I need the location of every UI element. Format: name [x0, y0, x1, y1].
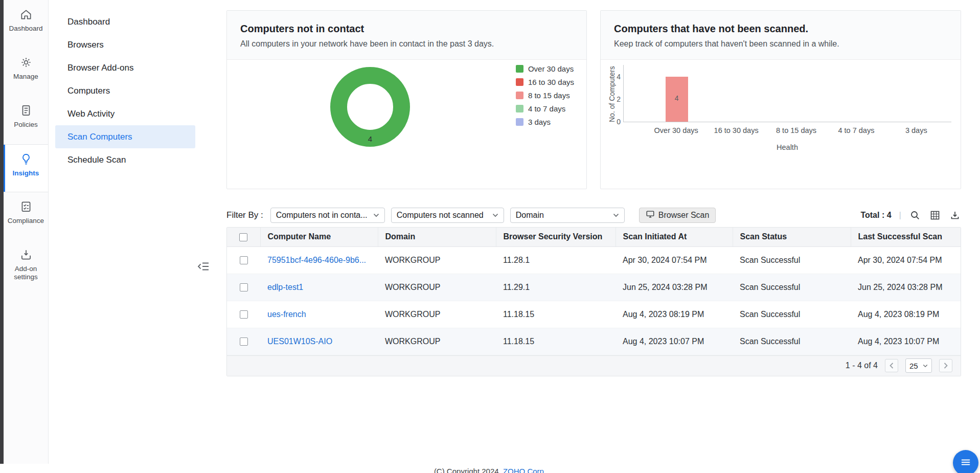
row-checkbox[interactable] — [240, 283, 248, 291]
addon-settings-icon — [19, 248, 33, 261]
row-checkbox[interactable] — [240, 256, 248, 264]
version-cell: 11.29.1 — [496, 274, 616, 301]
quick-actions-fab[interactable] — [953, 450, 978, 473]
select-all-checkbox[interactable] — [239, 233, 247, 241]
computer-name-link[interactable]: ues-french — [267, 310, 306, 319]
sidebar-item-web-activity[interactable]: Web Activity — [55, 102, 195, 125]
column-header-domain[interactable]: Domain — [378, 228, 496, 246]
module-sidebar: Dashboard Browsers Browser Add-ons Compu… — [49, 0, 202, 464]
divider: | — [899, 210, 901, 220]
bar-chart-area: No. of Computers 4 2 0 4 Over 30 days — [601, 60, 961, 175]
legend-item-over-30-days[interactable]: Over 30 days — [516, 62, 574, 75]
previous-page-button[interactable] — [885, 359, 898, 372]
sidebar-item-scan-computers[interactable]: Scan Computers — [55, 125, 195, 148]
scan-initiated-cell: Aug 4, 2023 08:19 PM — [616, 301, 733, 328]
rail-label-dashboard: Dashboard — [9, 25, 42, 33]
column-header-scan-initiated[interactable]: Scan Initiated At — [616, 228, 733, 246]
filter-domain-select[interactable]: Domain — [510, 208, 625, 223]
table-row: 75951bcf-4e96-460e-9b6... WORKGROUP 11.2… — [227, 246, 961, 274]
chevron-down-icon — [492, 213, 498, 217]
zoho-corp-link[interactable]: ZOHO Corp. — [503, 467, 546, 473]
x-axis-ticks: Over 30 days 16 to 30 days 8 to 15 days … — [623, 126, 951, 134]
icon-rail: Dashboard Manage Policies Insights Compl… — [4, 0, 49, 473]
browser-scan-button[interactable]: Browser Scan — [639, 208, 716, 223]
scan-computers-table: Computer Name Domain Browser Security Ve… — [226, 227, 961, 376]
page-footer: (C) Copyright 2024, ZOHO Corp. — [0, 464, 980, 473]
card-subtitle: Keep track of computers that haven't bee… — [614, 39, 947, 49]
filter-contact-select[interactable]: Computers not in conta... — [270, 208, 385, 223]
computer-name-link[interactable]: UES01W10S-AIO — [267, 337, 332, 346]
rail-item-manage[interactable]: Manage — [4, 48, 48, 96]
insights-icon — [19, 152, 33, 166]
manage-icon — [19, 56, 33, 69]
policies-icon — [19, 104, 33, 117]
export-icon[interactable] — [949, 209, 961, 221]
y-tick: 0 — [610, 118, 621, 126]
menu-icon — [960, 457, 971, 469]
sidebar-item-schedule-scan[interactable]: Schedule Scan — [55, 148, 195, 171]
main-content: Computers not in contact All computers i… — [202, 0, 980, 464]
toolbar-right-group: Total : 4 | — [860, 209, 961, 221]
column-chooser-icon[interactable] — [929, 209, 941, 221]
bar-over-30-days: 4 — [666, 77, 688, 122]
rail-label-insights: Insights — [13, 169, 39, 177]
rail-item-insights[interactable]: Insights — [4, 144, 48, 192]
row-checkbox[interactable] — [240, 310, 248, 319]
table-header-row: Computer Name Domain Browser Security Ve… — [227, 228, 961, 246]
row-checkbox[interactable] — [240, 337, 248, 346]
x-axis-label: Health — [623, 143, 951, 151]
card-header: Computers that have not been scanned. Ke… — [601, 11, 961, 60]
last-scan-cell: Aug 4, 2023 10:07 PM — [851, 328, 961, 355]
rail-item-dashboard[interactable]: Dashboard — [4, 0, 48, 48]
page-size-select[interactable]: 25 — [905, 358, 932, 373]
filter-by-label: Filter By : — [226, 210, 263, 220]
donut-chart: 4 — [330, 67, 410, 147]
filter-toolbar: Filter By : Computers not in conta... Co… — [226, 208, 961, 223]
column-header-last-scan[interactable]: Last Successful Scan — [851, 228, 961, 246]
window-left-edge — [0, 0, 4, 473]
bar-value-label: 4 — [666, 94, 688, 102]
rail-label-manage: Manage — [13, 73, 38, 81]
rail-item-addon-settings[interactable]: Add-on settings — [4, 240, 48, 288]
column-header-version[interactable]: Browser Security Version — [496, 228, 616, 246]
domain-cell: WORKGROUP — [378, 246, 496, 274]
computer-name-link[interactable]: edlp-test1 — [267, 283, 303, 291]
select-all-cell — [227, 228, 260, 246]
donut-value-label: 4 — [368, 134, 372, 143]
sidebar-item-dashboard[interactable]: Dashboard — [55, 10, 195, 33]
home-icon — [19, 8, 33, 21]
filter-scanned-select[interactable]: Computers not scanned — [391, 208, 504, 223]
rail-label-compliance: Compliance — [8, 217, 44, 225]
next-page-button[interactable] — [939, 359, 952, 372]
rail-label-policies: Policies — [14, 121, 38, 129]
version-cell: 11.18.15 — [496, 328, 616, 355]
scan-initiated-cell: Apr 30, 2024 07:54 PM — [616, 246, 733, 274]
legend-item-16-to-30-days[interactable]: 16 to 30 days — [516, 75, 574, 88]
rail-item-policies[interactable]: Policies — [4, 96, 48, 144]
card-header: Computers not in contact All computers i… — [227, 11, 586, 60]
legend-item-8-to-15-days[interactable]: 8 to 15 days — [516, 88, 574, 102]
legend-item-3-days[interactable]: 3 days — [516, 115, 574, 128]
legend-item-4-to-7-days[interactable]: 4 to 7 days — [516, 102, 574, 115]
insight-cards: Computers not in contact All computers i… — [226, 10, 961, 189]
column-header-computer-name[interactable]: Computer Name — [260, 228, 378, 246]
y-tick: 4 — [610, 73, 621, 81]
last-scan-cell: Apr 30, 2024 07:54 PM — [851, 246, 961, 274]
computer-name-link[interactable]: 75951bcf-4e96-460e-9b6... — [267, 256, 366, 264]
bars: 4 — [624, 65, 951, 122]
rail-item-compliance[interactable]: Compliance — [4, 192, 48, 240]
sidebar-item-browser-addons[interactable]: Browser Add-ons — [55, 56, 195, 79]
scan-status-cell: Scan Successful — [733, 274, 851, 301]
sidebar-item-browsers[interactable]: Browsers — [55, 33, 195, 56]
domain-cell: WORKGROUP — [378, 301, 496, 328]
card-title: Computers that have not been scanned. — [614, 23, 947, 35]
column-header-scan-status[interactable]: Scan Status — [733, 228, 851, 246]
sidebar-collapse-button[interactable] — [195, 260, 212, 275]
donut-chart-area: 4 Over 30 days 16 to 30 days 8 to 15 day… — [227, 60, 586, 175]
table-row: edlp-test1 WORKGROUP 11.29.1 Jun 25, 202… — [227, 274, 961, 301]
scan-initiated-cell: Jun 25, 2024 03:28 PM — [616, 274, 733, 301]
sidebar-item-computers[interactable]: Computers — [55, 79, 195, 102]
collapse-sidebar-icon — [197, 264, 210, 273]
search-icon[interactable] — [909, 209, 921, 221]
pagination-range-label: 1 - 4 of 4 — [846, 361, 878, 370]
